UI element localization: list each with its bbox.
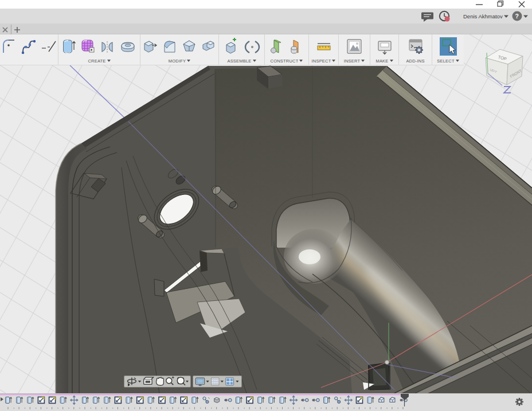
svg-text:Denis Akhmatov: Denis Akhmatov bbox=[463, 13, 503, 19]
svg-text:?: ? bbox=[515, 13, 519, 19]
